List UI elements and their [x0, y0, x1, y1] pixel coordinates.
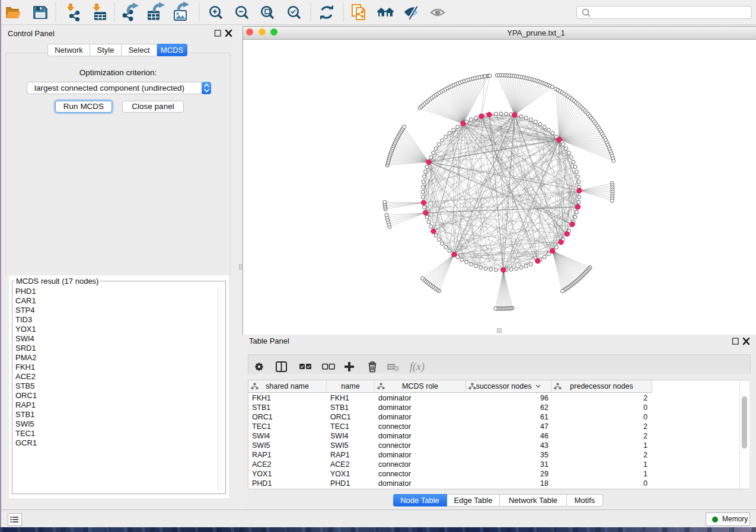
svg-text:f(x): f(x)	[410, 361, 425, 373]
